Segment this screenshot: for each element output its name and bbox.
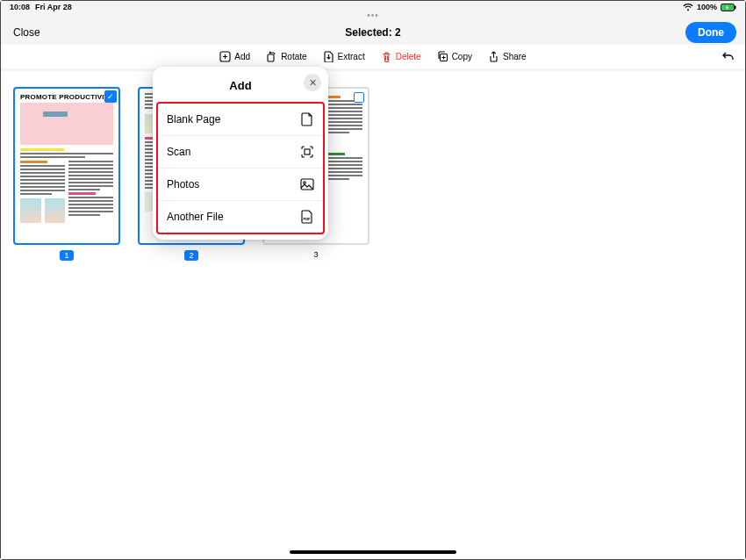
extract-icon (323, 51, 334, 62)
wifi-icon (683, 4, 693, 11)
scan-icon (300, 145, 314, 159)
svg-rect-5 (305, 149, 310, 154)
popover-item-scan[interactable]: Scan (158, 136, 323, 169)
popover-title: Add (229, 79, 251, 92)
popover-item-photos[interactable]: Photos (158, 169, 323, 201)
close-button[interactable]: Close (10, 23, 44, 42)
toolbar-extract-label: Extract (338, 52, 365, 61)
status-time: 10:08 (10, 3, 30, 11)
app-window: 10:08 Fri Apr 28 100% ••• Close Selected… (0, 0, 746, 560)
popover-item-another-file[interactable]: Another File PDF (158, 201, 323, 233)
title-bar: Close Selected: 2 Done (1, 20, 745, 45)
toolbar-delete-label: Delete (396, 52, 421, 61)
svg-rect-3 (268, 54, 274, 61)
popover-item-label: Blank Page (167, 113, 220, 126)
toolbar-delete[interactable]: Delete (381, 51, 421, 62)
toolbar-copy-label: Copy (452, 52, 472, 61)
pdf-file-icon: PDF (300, 210, 314, 224)
undo-button[interactable] (721, 50, 735, 62)
check-icon: ✓ (104, 90, 117, 103)
add-icon (219, 51, 231, 62)
thumbnail-grid: ✓ PROMOTE PRODUCTIVITY (1, 71, 745, 559)
svg-text:PDF: PDF (304, 217, 312, 221)
page-preview-1[interactable]: ✓ PROMOTE PRODUCTIVITY (13, 87, 120, 245)
popover-item-label: Another File (167, 211, 224, 223)
close-icon: ✕ (309, 77, 317, 89)
popover-header: Add ✕ (153, 67, 328, 102)
popover-item-label: Photos (167, 178, 199, 190)
toolbar-copy[interactable]: Copy (437, 51, 472, 62)
page-thumb-1[interactable]: ✓ PROMOTE PRODUCTIVITY (13, 87, 120, 261)
page-number-1: 1 (60, 250, 73, 261)
page-number-3: 3 (313, 250, 318, 259)
popover-item-blank-page[interactable]: Blank Page (158, 104, 323, 136)
doc-image-placeholder (20, 103, 113, 145)
done-button[interactable]: Done (685, 22, 736, 43)
page-title: Selected: 2 (345, 26, 400, 39)
doc-heading: PROMOTE PRODUCTIVITY (20, 93, 113, 101)
toolbar-extract[interactable]: Extract (323, 51, 365, 62)
toolbar-share-label: Share (503, 52, 527, 61)
popover-item-label: Scan (167, 146, 190, 158)
toolbar: Add Rotate Extract Delete Copy (1, 45, 745, 69)
toolbar-add-label: Add (234, 52, 250, 61)
svg-rect-1 (735, 5, 736, 9)
battery-icon (721, 4, 736, 11)
status-date: Fri Apr 28 (35, 3, 72, 11)
page-number-2: 2 (184, 250, 197, 261)
photos-icon (300, 177, 314, 191)
battery-percent: 100% (697, 3, 717, 11)
toolbar-rotate[interactable]: Rotate (266, 51, 306, 62)
trash-icon (381, 51, 392, 62)
popover-list: Blank Page Scan Photos Another File (156, 102, 325, 234)
status-right: 100% (683, 3, 736, 11)
multitask-dots[interactable]: ••• (1, 13, 745, 20)
blank-page-icon (300, 112, 314, 126)
toolbar-add[interactable]: Add (219, 51, 250, 62)
home-indicator[interactable] (290, 550, 456, 554)
status-left: 10:08 Fri Apr 28 (10, 3, 72, 11)
unchecked-box-icon[interactable] (354, 92, 364, 103)
svg-point-7 (304, 182, 306, 184)
toolbar-rotate-label: Rotate (281, 52, 306, 61)
share-icon (488, 51, 499, 62)
rotate-icon (266, 51, 277, 62)
popover-close-button[interactable]: ✕ (304, 74, 321, 91)
toolbar-share[interactable]: Share (488, 51, 527, 62)
copy-icon (437, 51, 448, 62)
add-popover: Add ✕ Blank Page Scan Photos (153, 67, 328, 240)
